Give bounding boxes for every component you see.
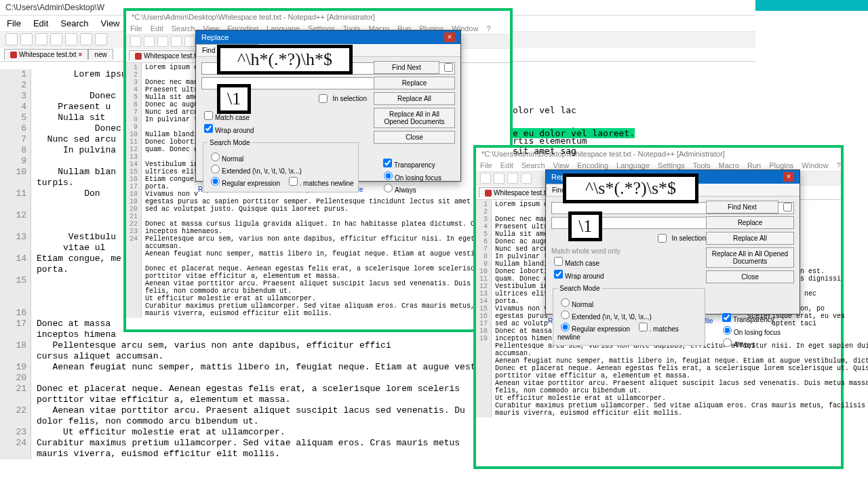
tab-whitespace[interactable]: Whitespace test.txt× <box>4 49 88 60</box>
toolbar-btn[interactable] <box>95 33 107 45</box>
toolbar-btn[interactable] <box>5 33 18 45</box>
transparency-checkbox[interactable] <box>383 159 392 167</box>
on-losing-focus-radio[interactable] <box>723 326 732 335</box>
mode-normal-radio[interactable] <box>211 152 220 161</box>
in-selection-label: In selection <box>671 235 706 242</box>
menu-edit[interactable]: Edit <box>33 18 48 28</box>
replace-all-opened-button[interactable]: Replace All in All Opened Documents <box>374 108 455 128</box>
in-selection-checkbox[interactable] <box>319 94 328 103</box>
match-case-checkbox[interactable] <box>204 111 213 120</box>
search-mode-legend: Search Mode <box>208 139 252 146</box>
modified-icon <box>135 53 142 60</box>
dialog-close-icon[interactable]: × <box>783 172 794 182</box>
toolbar-btn[interactable] <box>184 36 195 47</box>
toolbar-btn[interactable] <box>157 36 168 47</box>
dialog-buttons: Find Next Replace Replace All Replace Al… <box>374 61 455 144</box>
replace-button[interactable]: Replace <box>706 216 794 229</box>
modified-icon <box>485 190 492 197</box>
mode-extended-radio[interactable] <box>561 310 570 319</box>
toolbar-btn[interactable] <box>130 36 141 47</box>
wrap-around-checkbox[interactable] <box>204 124 213 133</box>
mode-extended-radio[interactable] <box>211 165 220 174</box>
back-editor-gutter: 1 2 3 4 5 6 7 8 9 10 11 12 13 14 15 16 1… <box>0 69 31 460</box>
find-next-toggle[interactable] <box>444 63 453 72</box>
anno-right-repl: \1 <box>568 211 602 241</box>
toolbar-btn[interactable] <box>144 36 155 47</box>
replace-all-button[interactable]: Replace All <box>706 232 794 245</box>
transparency-checkbox[interactable] <box>722 313 731 322</box>
replace-all-opened-button[interactable]: Replace All in All Opened Documents <box>706 247 794 268</box>
mid-window-title: *C:\Users\Admin\Desktop\Whitespace test.… <box>126 11 510 23</box>
toolbar-btn[interactable] <box>494 173 505 184</box>
mode-normal-radio[interactable] <box>561 298 570 307</box>
toolbar-btn[interactable] <box>171 36 182 47</box>
dialog-title: Replace <box>201 33 229 41</box>
replace-button[interactable]: Replace <box>374 77 455 89</box>
anno-left-find: ^\h*(.*?)\h*$ <box>217 45 353 75</box>
menu-search[interactable]: Search <box>60 18 88 28</box>
anno-right-find: ^\s*(.*?)\s*$ <box>563 174 698 203</box>
dialog-buttons: Find Next Replace Replace All Replace Al… <box>706 201 794 283</box>
mode-regex-radio[interactable] <box>561 323 570 331</box>
menu-view[interactable]: View <box>101 18 120 28</box>
wrap-around-checkbox[interactable] <box>554 270 563 279</box>
find-next-button[interactable]: Find Next <box>706 201 778 214</box>
anno-left-repl: \1 <box>217 84 251 114</box>
toolbar-btn[interactable] <box>65 33 77 45</box>
dot-newline-checkbox[interactable] <box>639 323 648 331</box>
mode-regex-radio[interactable] <box>211 177 220 186</box>
match-case-checkbox[interactable] <box>554 257 563 266</box>
toolbar-btn[interactable] <box>480 173 491 184</box>
replace-all-button[interactable]: Replace All <box>374 92 455 105</box>
find-next-button[interactable]: Find Next <box>374 61 439 74</box>
right-editor-gutter: 1 2 3 4 5 6 7 8 9 10 11 12 13 14 15 16 1… <box>476 200 492 418</box>
find-next-toggle[interactable] <box>783 203 792 211</box>
modified-icon <box>10 52 17 58</box>
toolbar-btn[interactable] <box>80 33 92 45</box>
in-selection-checkbox[interactable] <box>658 234 667 243</box>
toolbar-btn[interactable] <box>50 33 62 45</box>
menu-file[interactable]: File <box>7 18 21 28</box>
mid-editor-gutter: 1 2 3 4 5 6 7 8 9 10 11 12 13 14 15 16 1… <box>126 63 142 318</box>
close-icon[interactable]: × <box>78 51 82 58</box>
search-mode-legend: Search Mode <box>557 285 601 292</box>
toolbar-btn[interactable] <box>35 33 47 45</box>
on-losing-focus-radio[interactable] <box>384 171 393 180</box>
close-button[interactable]: Close <box>706 270 794 283</box>
in-selection-label: In selection <box>332 95 367 102</box>
dialog-titlebar[interactable]: Replace × <box>196 30 460 44</box>
toolbar-btn[interactable] <box>20 33 33 45</box>
dialog-close-icon[interactable]: × <box>444 33 455 42</box>
tab-new[interactable]: new <box>88 49 113 60</box>
close-button[interactable]: Close <box>374 131 455 144</box>
always-radio[interactable] <box>723 338 732 347</box>
dot-newline-checkbox[interactable] <box>289 177 298 186</box>
always-radio[interactable] <box>384 184 393 192</box>
